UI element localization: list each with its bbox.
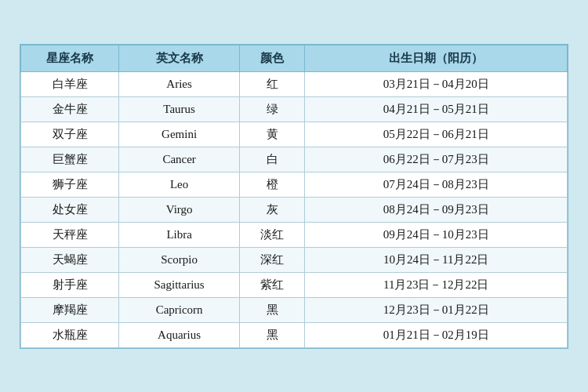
cell-color: 淡红 <box>239 222 305 247</box>
table-row: 金牛座Taurus绿04月21日－05月21日 <box>21 96 568 122</box>
cell-color: 黄 <box>239 122 305 147</box>
cell-color: 橙 <box>239 172 305 197</box>
cell-en: Sagittarius <box>119 272 239 297</box>
cell-date: 10月24日－11月22日 <box>305 247 568 272</box>
cell-date: 01月21日－02月19日 <box>305 322 568 347</box>
cell-zh: 天蝎座 <box>21 247 119 272</box>
header-date: 出生日期（阳历） <box>305 45 568 71</box>
header-en: 英文名称 <box>119 45 239 71</box>
cell-en: Taurus <box>119 96 239 122</box>
table-row: 巨蟹座Cancer白06月22日－07月23日 <box>21 147 568 172</box>
table-row: 天蝎座Scorpio深红10月24日－11月22日 <box>21 247 568 272</box>
table-row: 狮子座Leo橙07月24日－08月23日 <box>21 172 568 197</box>
cell-date: 03月21日－04月20日 <box>305 71 568 96</box>
cell-zh: 狮子座 <box>21 172 119 197</box>
cell-color: 白 <box>239 147 305 172</box>
cell-zh: 天秤座 <box>21 222 119 247</box>
cell-en: Cancer <box>119 147 239 172</box>
cell-en: Aquarius <box>119 322 239 347</box>
cell-zh: 金牛座 <box>21 96 119 122</box>
cell-zh: 摩羯座 <box>21 297 119 322</box>
table-row: 白羊座Aries红03月21日－04月20日 <box>21 71 568 96</box>
cell-zh: 双子座 <box>21 122 119 147</box>
header-color: 颜色 <box>239 45 305 71</box>
cell-date: 08月24日－09月23日 <box>305 197 568 222</box>
table-row: 射手座Sagittarius紫红11月23日－12月22日 <box>21 272 568 297</box>
cell-date: 04月21日－05月21日 <box>305 96 568 122</box>
zodiac-table-container: 星座名称 英文名称 颜色 出生日期（阳历） 白羊座Aries红03月21日－04… <box>20 44 568 349</box>
table-row: 摩羯座Capricorn黑12月23日－01月22日 <box>21 297 568 322</box>
cell-color: 黑 <box>239 322 305 347</box>
cell-color: 红 <box>239 71 305 96</box>
cell-color: 紫红 <box>239 272 305 297</box>
cell-zh: 处女座 <box>21 197 119 222</box>
cell-zh: 白羊座 <box>21 71 119 96</box>
cell-date: 07月24日－08月23日 <box>305 172 568 197</box>
cell-date: 11月23日－12月22日 <box>305 272 568 297</box>
cell-color: 绿 <box>239 96 305 122</box>
table-row: 天秤座Libra淡红09月24日－10月23日 <box>21 222 568 247</box>
cell-date: 12月23日－01月22日 <box>305 297 568 322</box>
cell-zh: 水瓶座 <box>21 322 119 347</box>
cell-en: Virgo <box>119 197 239 222</box>
cell-date: 09月24日－10月23日 <box>305 222 568 247</box>
cell-en: Leo <box>119 172 239 197</box>
zodiac-table: 星座名称 英文名称 颜色 出生日期（阳历） 白羊座Aries红03月21日－04… <box>20 45 568 348</box>
cell-en: Scorpio <box>119 247 239 272</box>
cell-zh: 射手座 <box>21 272 119 297</box>
cell-date: 05月22日－06月21日 <box>305 122 568 147</box>
table-body: 白羊座Aries红03月21日－04月20日金牛座Taurus绿04月21日－0… <box>21 71 568 347</box>
cell-color: 黑 <box>239 297 305 322</box>
cell-color: 灰 <box>239 197 305 222</box>
cell-en: Capricorn <box>119 297 239 322</box>
table-row: 处女座Virgo灰08月24日－09月23日 <box>21 197 568 222</box>
table-row: 水瓶座Aquarius黑01月21日－02月19日 <box>21 322 568 347</box>
cell-en: Libra <box>119 222 239 247</box>
cell-en: Gemini <box>119 122 239 147</box>
table-row: 双子座Gemini黄05月22日－06月21日 <box>21 122 568 147</box>
cell-en: Aries <box>119 71 239 96</box>
cell-zh: 巨蟹座 <box>21 147 119 172</box>
table-header-row: 星座名称 英文名称 颜色 出生日期（阳历） <box>21 45 568 71</box>
cell-color: 深红 <box>239 247 305 272</box>
cell-date: 06月22日－07月23日 <box>305 147 568 172</box>
header-zh: 星座名称 <box>21 45 119 71</box>
